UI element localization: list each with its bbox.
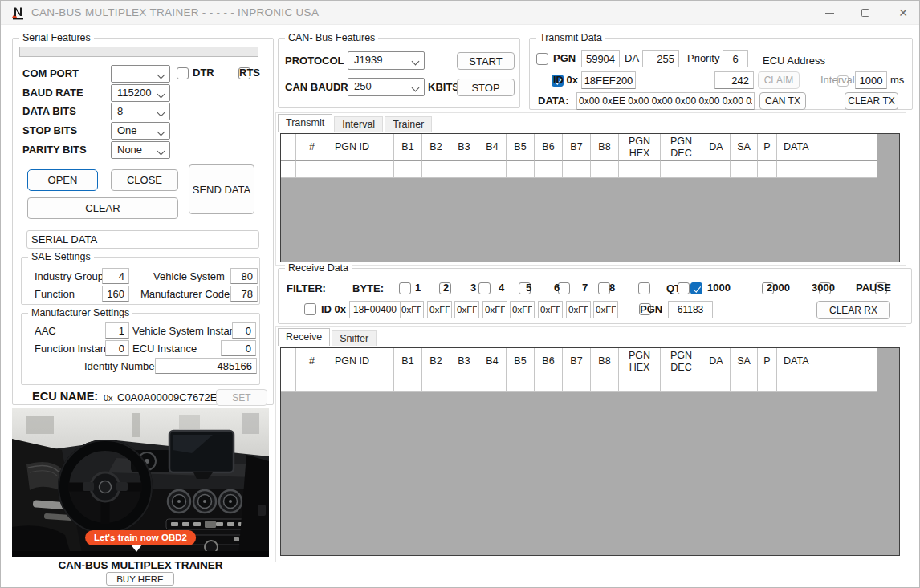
minimize-button[interactable]	[812, 1, 847, 25]
column-header-b7[interactable]: B7	[563, 134, 591, 161]
column-header-sa[interactable]: SA	[731, 134, 758, 161]
com-port-select[interactable]	[111, 65, 170, 83]
column-header-b4[interactable]: B4	[478, 134, 507, 161]
column-header-b5[interactable]: B5	[507, 134, 535, 161]
send-data-button[interactable]: SEND DATA	[189, 164, 254, 214]
close-port-button[interactable]: CLOSE	[111, 169, 178, 191]
column-header-b1[interactable]: B1	[394, 134, 422, 161]
dtr-label: DTR	[193, 67, 214, 79]
can-tx-button[interactable]: CAN TX	[759, 92, 806, 110]
open-button[interactable]: OPEN	[27, 169, 98, 191]
rx-pgn-field[interactable]	[668, 301, 713, 318]
ms-label: ms	[890, 74, 904, 86]
tx-id-field[interactable]	[581, 71, 636, 89]
column-header-b1[interactable]: B1	[394, 348, 422, 375]
vehicle-system-field[interactable]	[230, 268, 258, 284]
column-header-p[interactable]: P	[758, 134, 777, 161]
clear-button[interactable]: CLEAR	[27, 197, 178, 219]
column-header-p[interactable]: P	[758, 348, 777, 375]
interval-field[interactable]	[855, 71, 887, 89]
manufacturer-code-field[interactable]	[230, 286, 258, 302]
parity-bits-label: PARITY BITS	[22, 144, 87, 156]
column-header-pgn-id[interactable]: PGN ID	[328, 134, 394, 161]
rx-id-field[interactable]	[349, 301, 401, 318]
baud-rate-select[interactable]: 115200	[111, 84, 170, 102]
dtr-checkbox[interactable]	[177, 67, 189, 79]
tx-da-field[interactable]	[642, 50, 679, 67]
column-header-b6[interactable]: B6	[535, 134, 563, 161]
grid-cell	[619, 161, 661, 178]
row-selector-header[interactable]	[281, 134, 296, 161]
buy-here-button[interactable]: BUY HERE	[106, 572, 174, 586]
tx-pgn-field[interactable]	[581, 50, 620, 67]
aac-field[interactable]	[105, 322, 129, 339]
tab-interval[interactable]: Interval	[334, 116, 383, 132]
row-selector-header[interactable]	[281, 348, 296, 375]
column-header-b4[interactable]: B4	[478, 348, 507, 375]
serial-features-panel: Serial Features COM PORT DTR RTS BAUD RA…	[12, 38, 274, 405]
function-field[interactable]	[102, 286, 129, 302]
column-header-da[interactable]: DA	[702, 348, 731, 375]
tx-pgn-checkbox[interactable]	[536, 53, 548, 65]
vehicle-system-instance-label: Vehicle System Instance	[132, 325, 246, 337]
can-baudrate-select[interactable]: 250	[348, 78, 425, 96]
ecu-instance-field[interactable]	[221, 340, 256, 356]
column-header-pgn-hex[interactable]: PGN HEX	[619, 134, 661, 161]
protocol-select[interactable]: J1939	[348, 51, 425, 70]
industry-group-field[interactable]	[102, 268, 129, 284]
column-header-b7[interactable]: B7	[563, 348, 591, 375]
maximize-button[interactable]	[848, 1, 883, 25]
column-header--[interactable]: #	[296, 134, 328, 161]
tx-data-field[interactable]	[576, 92, 755, 110]
column-header-pgn-id[interactable]: PGN ID	[328, 348, 394, 375]
column-header-da[interactable]: DA	[702, 134, 731, 161]
set-button[interactable]: SET	[216, 389, 267, 406]
column-header-pgn-dec[interactable]: PGN DEC	[661, 134, 702, 161]
column-header-b2[interactable]: B2	[422, 348, 450, 375]
tab-trainer[interactable]: Trainer	[385, 116, 432, 132]
tab-receive[interactable]: Receive	[278, 328, 330, 346]
canbus-features-legend: CAN- Bus Features	[285, 32, 378, 43]
promo-image[interactable]: Let's train now OBD2	[12, 408, 269, 557]
stop-bits-select[interactable]: One	[111, 122, 170, 140]
column-header--[interactable]: #	[296, 348, 328, 375]
qty-label-2000: 2000	[767, 282, 790, 294]
column-header-data[interactable]: DATA	[777, 134, 877, 161]
column-header-b8[interactable]: B8	[591, 134, 619, 161]
parity-bits-select[interactable]: None	[111, 141, 170, 159]
column-header-b3[interactable]: B3	[450, 134, 478, 161]
tab-transmit[interactable]: Transmit	[278, 114, 332, 132]
clear-rx-button[interactable]: CLEAR RX	[816, 301, 890, 319]
rx-pgn-label: PGN	[640, 303, 662, 315]
column-header-data[interactable]: DATA	[777, 348, 877, 375]
identity-number-field[interactable]	[155, 358, 257, 374]
serial-data-field[interactable]	[26, 230, 259, 249]
clear-tx-button[interactable]: CLEAR TX	[845, 92, 898, 110]
column-header-b5[interactable]: B5	[507, 348, 535, 375]
function-instance-field[interactable]	[105, 340, 129, 356]
column-header-pgn-hex[interactable]: PGN HEX	[619, 348, 661, 375]
data-bits-select[interactable]: 8	[111, 103, 170, 120]
ecu-address-field[interactable]	[714, 71, 754, 89]
tx-priority-field[interactable]	[723, 50, 748, 67]
start-button[interactable]: START	[457, 52, 515, 70]
column-header-pgn-dec[interactable]: PGN DEC	[661, 348, 702, 375]
interval-label: Interval	[820, 74, 855, 86]
grid-cell	[758, 375, 777, 392]
column-header-b8[interactable]: B8	[591, 348, 619, 375]
promo-badge[interactable]: Let's train now OBD2	[85, 530, 196, 545]
grid-cell	[563, 161, 591, 178]
vehicle-system-instance-field[interactable]	[232, 322, 256, 339]
manufacturer-code-label: Manufacturer Code	[140, 288, 230, 300]
canbus-features-panel: CAN- Bus Features PROTOCOL J1939 START C…	[278, 38, 520, 108]
qty-checkbox-1000[interactable]	[690, 282, 702, 294]
tab-sniffer[interactable]: Sniffer	[332, 330, 377, 346]
claim-button[interactable]: CLAIM	[758, 71, 800, 89]
column-header-sa[interactable]: SA	[731, 348, 758, 375]
column-header-b3[interactable]: B3	[450, 348, 478, 375]
rx-id-checkbox[interactable]	[304, 303, 316, 315]
column-header-b2[interactable]: B2	[422, 134, 450, 161]
close-button[interactable]: ✕	[885, 1, 920, 25]
column-header-b6[interactable]: B6	[535, 348, 563, 375]
stop-button[interactable]: STOP	[457, 79, 515, 96]
